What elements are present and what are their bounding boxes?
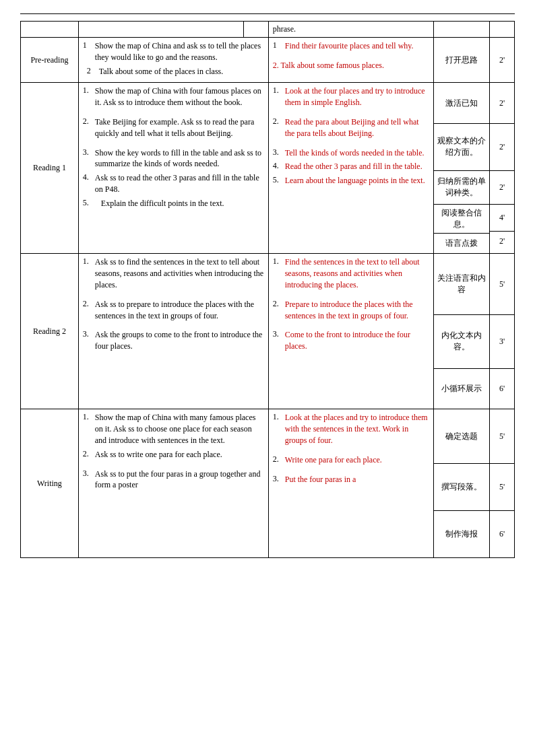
top-divider	[20, 13, 515, 14]
purpose-r2-3: 小循环展示	[441, 384, 482, 393]
time-r1-1: 2'	[499, 98, 505, 108]
time-prereading: 2'	[490, 38, 515, 83]
w-student-1: Look at the places and try to introduce …	[285, 413, 428, 445]
time-w-3: 6'	[499, 529, 505, 539]
r2-student-3: Come to the front to introduce the four …	[285, 330, 410, 351]
r2-teacher-1: Ask ss to find the sentences in the text…	[95, 257, 263, 289]
table-row-writing: Writing 1. Show the map of China with ma…	[21, 409, 515, 558]
table-row: Pre-reading 1 Show the map of China and …	[21, 38, 515, 83]
stage-reading1: Reading 1	[21, 83, 79, 254]
teacher-cell	[78, 22, 243, 38]
w-teacher-2: Ask ss to write one para for each place.	[95, 450, 222, 459]
purpose-cell	[433, 22, 489, 38]
purpose-r1-3: 归纳所需的单词种类。	[437, 176, 486, 197]
r1-teacher-1: Show the map of China with four famous p…	[95, 86, 261, 107]
purpose-reading2: 关注语言和内容 内化文本内容。 小循环展示	[433, 254, 489, 409]
w-student-3: Put the four paras in a	[285, 475, 356, 484]
stage-label-r2: Reading 2	[33, 327, 66, 336]
purpose-reading1: 激活已知 观察文本的介绍方面。 归纳所需的单词种类。	[433, 83, 489, 254]
teacher-reading1: 1. Show the map of China with four famou…	[78, 83, 268, 254]
phrase-text: phrase.	[273, 24, 296, 34]
student-writing: 1. Look at the places and try to introdu…	[268, 409, 433, 558]
time-reading1: 2' 2' 2' 4'	[490, 83, 515, 254]
num-cell	[243, 22, 268, 38]
student-prereading: 1 Find their favourite places and tell w…	[268, 38, 433, 83]
time-r1-4: 4'	[499, 213, 505, 222]
r1-student-1: Look at the four places and try to intro…	[285, 86, 425, 107]
w-teacher-3: Ask ss to put the four paras in a group …	[95, 469, 261, 490]
time-r1-2: 2'	[499, 142, 505, 151]
table-row-reading1: Reading 1 1. Show the map of China with …	[21, 83, 515, 254]
stage-reading2: Reading 2	[21, 254, 79, 409]
time-r2-1: 5'	[499, 279, 505, 289]
purpose-label-1: 打开思路	[445, 55, 478, 65]
r2-student-2: Prepare to introduce the places with the…	[285, 300, 413, 320]
r1-teacher-3: Show the key words to fill in the table …	[95, 148, 261, 169]
stage-cell	[21, 22, 79, 38]
teacher-writing: 1. Show the map of China with many famou…	[78, 409, 268, 558]
purpose-r2-1: 关注语言和内容	[437, 273, 486, 294]
prereading-teacher-2: Talk about some of the places in class.	[99, 67, 223, 76]
prereading-student-1: Find their favourite places and tell why…	[285, 41, 414, 50]
purpose-w-3: 制作海报	[445, 529, 478, 539]
purpose-r1-4: 阅读整合信息。	[441, 208, 482, 229]
purpose-w-1: 确定选题	[445, 432, 478, 441]
purpose-w-2: 撰写段落。	[441, 482, 482, 491]
purpose-r1-1: 激活已知	[445, 98, 478, 108]
student-reading1: 1. Look at the four places and try to in…	[268, 83, 433, 254]
r1-teacher-2: Take Beijing for example. Ask ss to read…	[95, 117, 254, 138]
time-r2-3: 6'	[499, 384, 505, 393]
student-reading2: 1. Find the sentences in the text to tel…	[268, 254, 433, 409]
r1-student-5: Learn about the language points in the t…	[285, 176, 425, 185]
time-reading2: 5' 3' 6'	[490, 254, 515, 409]
r2-teacher-3: Ask the groups to come to the front to i…	[95, 330, 263, 351]
r1-teacher-4: Ask ss to read the other 3 paras and fil…	[95, 173, 259, 194]
w-teacher-1: Show the map of China with many famous p…	[95, 413, 256, 445]
stage-label-r1: Reading 1	[33, 163, 66, 172]
time-r1-3: 2'	[499, 182, 505, 192]
table-row: phrase.	[21, 22, 515, 38]
stage-prereading: Pre-reading	[21, 38, 79, 83]
r2-teacher-2: Ask ss to prepare to introduce the place…	[95, 300, 254, 320]
purpose-prereading: 打开思路	[433, 38, 489, 83]
r1-student-4: Read the other 3 paras and fill in the t…	[285, 162, 422, 171]
teacher-reading2: 1. Ask ss to find the sentences in the t…	[78, 254, 268, 409]
table-row-reading2: Reading 2 1. Ask ss to find the sentence…	[21, 254, 515, 409]
purpose-r2-2: 内化文本内容。	[441, 331, 482, 351]
r1-student-2: Read the para about Beijing and tell wha…	[285, 117, 419, 138]
r2-student-1: Find the sentences in the text to tell a…	[285, 257, 420, 289]
time-r2-2: 3'	[499, 337, 505, 346]
time-r1-5: 2'	[499, 236, 505, 246]
purpose-writing: 确定选题 撰写段落。 制作海报	[433, 409, 489, 558]
time-w-2: 5'	[499, 482, 505, 491]
stage-writing: Writing	[21, 409, 79, 558]
time-1: 2'	[499, 55, 505, 65]
stage-label: Pre-reading	[30, 55, 68, 65]
stage-label-w: Writing	[37, 479, 62, 488]
r1-teacher-5: Explain the difficult points in the text…	[95, 199, 224, 208]
time-writing: 5' 5' 6'	[490, 409, 515, 558]
lesson-plan-table: phrase. Pre-reading 1 Show the map of Ch…	[20, 21, 515, 558]
w-student-2: Write one para for each place.	[285, 455, 382, 465]
purpose-r1-2: 观察文本的介绍方面。	[437, 136, 486, 157]
student-cell: phrase.	[268, 22, 433, 38]
prereading-teacher-1: Show the map of China and ask ss to tell…	[95, 41, 261, 62]
time-cell	[490, 22, 515, 38]
prereading-student-2: 2. Talk about some famous places.	[273, 60, 429, 71]
teacher-prereading: 1 Show the map of China and ask ss to te…	[78, 38, 268, 83]
purpose-r1-5: 语言点拨	[445, 238, 478, 248]
time-w-1: 5'	[499, 432, 505, 441]
r1-student-3: Tell the kinds of words needed in the ta…	[285, 148, 424, 158]
